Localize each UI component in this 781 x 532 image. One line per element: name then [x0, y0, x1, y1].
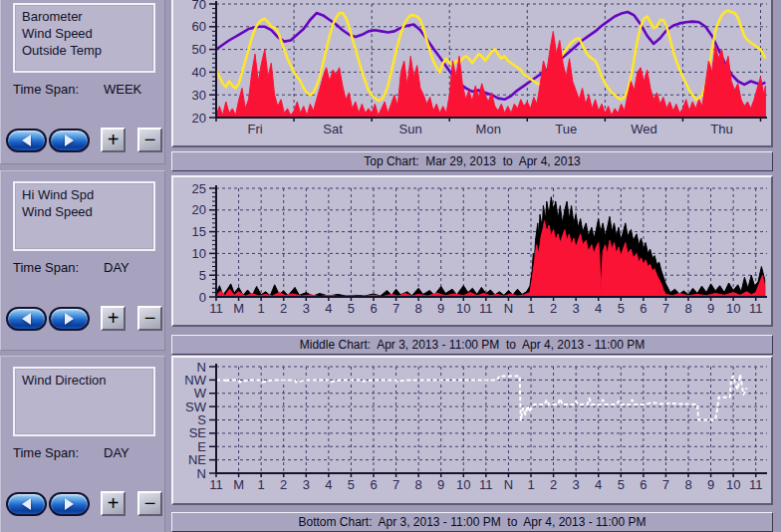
svg-text:15: 15: [192, 224, 206, 239]
svg-text:40: 40: [192, 65, 206, 80]
middle-chart-caption: Middle Chart: Apr 3, 2013 - 11:00 PM to …: [171, 335, 773, 355]
svg-text:1: 1: [527, 477, 534, 492]
svg-text:Sat: Sat: [323, 122, 343, 136]
svg-text:1: 1: [527, 301, 534, 316]
svg-text:50: 50: [192, 42, 206, 57]
svg-text:5: 5: [348, 477, 355, 492]
svg-text:11: 11: [209, 301, 223, 316]
svg-text:3: 3: [573, 477, 580, 492]
svg-text:NW: NW: [184, 373, 206, 388]
series-listbox[interactable]: Hi Wind Spd Wind Speed: [13, 181, 155, 251]
svg-text:E: E: [197, 439, 206, 454]
svg-text:1: 1: [258, 477, 265, 492]
zoom-in-button[interactable]: +: [101, 128, 126, 152]
svg-text:W: W: [194, 386, 207, 400]
scroll-right-button[interactable]: [49, 492, 90, 516]
series-listbox[interactable]: Wind Direction: [13, 367, 155, 436]
zoom-out-button[interactable]: −: [137, 306, 162, 331]
top-chart: 203040506070FriSatSunMonTueWedThu: [171, 0, 773, 147]
svg-text:N: N: [504, 301, 513, 316]
svg-text:7: 7: [392, 301, 399, 316]
control-panel-top-chart: Barometer Wind Speed Outside Temp Time S…: [0, 0, 165, 164]
scroll-left-button[interactable]: [6, 307, 47, 331]
svg-text:5: 5: [618, 477, 625, 492]
timespan-row: Time Span:DAY: [13, 260, 130, 275]
svg-text:NE: NE: [188, 452, 206, 467]
svg-text:2: 2: [550, 301, 557, 316]
svg-text:8: 8: [415, 477, 422, 492]
svg-text:8: 8: [684, 477, 691, 492]
zoom-out-button[interactable]: −: [137, 128, 162, 152]
svg-text:11: 11: [209, 477, 223, 492]
svg-text:2: 2: [280, 477, 287, 492]
timespan-row: Time Span:DAY: [13, 445, 130, 460]
svg-text:2: 2: [550, 477, 557, 492]
timespan-value: WEEK: [104, 82, 141, 97]
scroll-right-button[interactable]: [49, 307, 90, 331]
control-panel-bottom-chart: Wind Direction Time Span:DAY + −: [0, 356, 165, 532]
svg-text:60: 60: [192, 19, 206, 34]
svg-text:8: 8: [684, 301, 691, 316]
svg-text:M: M: [233, 301, 244, 316]
svg-text:9: 9: [437, 301, 444, 316]
svg-text:25: 25: [192, 181, 206, 196]
zoom-in-button[interactable]: +: [101, 306, 126, 331]
svg-text:N: N: [197, 360, 206, 375]
svg-text:10: 10: [726, 301, 740, 316]
series-listbox[interactable]: Barometer Wind Speed Outside Temp: [13, 3, 155, 73]
svg-text:9: 9: [707, 477, 714, 492]
svg-text:S: S: [197, 412, 206, 427]
chart-nav-buttons: + −: [6, 127, 162, 153]
zoom-in-button[interactable]: +: [101, 491, 126, 516]
zoom-out-button[interactable]: −: [137, 491, 162, 516]
svg-text:20: 20: [192, 202, 206, 217]
svg-text:0: 0: [199, 290, 206, 305]
scroll-right-button[interactable]: [49, 129, 90, 152]
svg-text:11: 11: [479, 477, 493, 492]
svg-text:6: 6: [370, 301, 377, 316]
svg-text:2: 2: [280, 301, 287, 316]
top-chart-plot: 203040506070FriSatSunMonTueWedThu: [173, 0, 771, 145]
list-item-outside-temp[interactable]: Outside Temp: [15, 42, 153, 59]
list-item-wind-speed[interactable]: Wind Speed: [15, 203, 153, 220]
svg-text:Sun: Sun: [399, 122, 422, 136]
svg-text:10: 10: [192, 246, 206, 261]
bottom-chart: NNEESESSWWNWN11M1234567891011N1234567891…: [171, 356, 773, 505]
timespan-value: DAY: [104, 260, 130, 275]
left-arrow-icon: [22, 134, 31, 146]
svg-text:8: 8: [415, 301, 422, 316]
svg-text:7: 7: [662, 301, 669, 316]
svg-text:M: M: [233, 477, 244, 492]
svg-text:6: 6: [370, 477, 377, 492]
svg-text:70: 70: [192, 0, 206, 12]
svg-text:11: 11: [749, 477, 763, 492]
list-item-wind-direction[interactable]: Wind Direction: [15, 372, 153, 389]
svg-text:4: 4: [325, 301, 332, 316]
bottom-chart-plot: NNEESESSWWNWN11M1234567891011N1234567891…: [173, 358, 771, 503]
svg-text:3: 3: [303, 301, 310, 316]
left-arrow-icon: [22, 313, 31, 325]
svg-text:N: N: [504, 477, 513, 492]
list-item-barometer[interactable]: Barometer: [15, 8, 153, 25]
svg-text:10: 10: [456, 477, 470, 492]
svg-text:Thu: Thu: [710, 122, 732, 136]
svg-text:4: 4: [595, 477, 602, 492]
svg-text:SW: SW: [185, 399, 207, 414]
svg-text:3: 3: [303, 477, 310, 492]
list-item-wind-speed[interactable]: Wind Speed: [15, 25, 153, 42]
svg-text:20: 20: [192, 111, 206, 126]
chart-nav-buttons: + −: [6, 490, 162, 517]
svg-text:5: 5: [199, 268, 206, 283]
scroll-left-button[interactable]: [6, 129, 47, 152]
control-panel-middle-chart: Hi Wind Spd Wind Speed Time Span:DAY + −: [0, 170, 165, 351]
svg-text:10: 10: [726, 477, 740, 492]
chart-nav-buttons: + −: [6, 305, 162, 332]
svg-text:Fri: Fri: [247, 122, 262, 136]
timespan-label: Time Span:: [13, 82, 79, 97]
svg-text:Mon: Mon: [476, 122, 501, 136]
scroll-left-button[interactable]: [6, 492, 47, 516]
svg-text:1: 1: [258, 301, 265, 316]
timespan-row: Time Span:WEEK: [13, 82, 141, 97]
list-item-hi-wind-spd[interactable]: Hi Wind Spd: [15, 186, 153, 203]
svg-text:11: 11: [479, 301, 493, 316]
